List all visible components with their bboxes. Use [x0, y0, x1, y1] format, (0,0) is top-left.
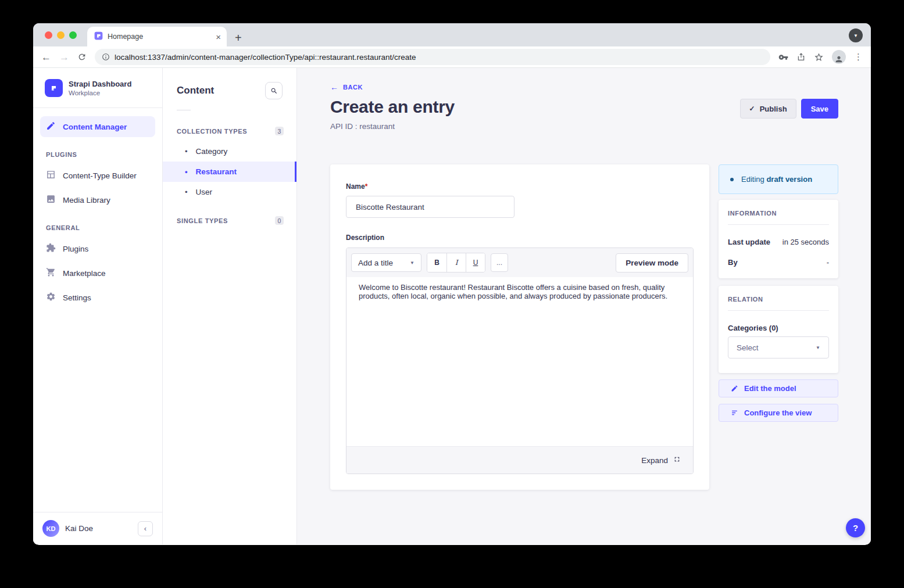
new-tab-button[interactable]: + [235, 32, 242, 44]
chevron-down-icon: ▼ [816, 345, 820, 350]
sidebar-item-marketplace[interactable]: Marketplace [40, 263, 155, 284]
format-button-group: B I U [427, 253, 485, 273]
layout-icon [46, 170, 56, 181]
last-update-row: Last update in 25 seconds [728, 238, 829, 246]
sidebar-item-content-manager[interactable]: Content Manager [40, 116, 155, 137]
sidebar-item-settings[interactable]: Settings [40, 287, 155, 308]
search-icon [270, 87, 278, 95]
by-row: By - [728, 258, 829, 267]
relation-panel: RELATION Categories (0) Select ▼ [719, 286, 838, 373]
back-link[interactable]: ← BACK [330, 83, 838, 91]
relation-title: RELATION [728, 296, 829, 303]
edit-model-button[interactable]: Edit the model [719, 379, 838, 397]
password-key-icon[interactable] [778, 52, 788, 62]
collection-types-label: COLLECTION TYPES [177, 128, 247, 135]
name-field-label: Name* [346, 182, 367, 191]
pencil-icon [731, 385, 738, 392]
editor-toolbar: Add a title ▼ B I U ... Preview mode [346, 248, 693, 277]
categories-label: Categories (0) [728, 324, 829, 332]
description-editor-area[interactable]: Welcome to Biscotte restaurant! Restaura… [346, 277, 693, 446]
macos-traffic-lights [45, 31, 77, 39]
configure-view-button[interactable]: Configure the view [719, 404, 838, 422]
bookmark-star-icon[interactable] [814, 52, 824, 62]
image-icon [46, 194, 56, 206]
sidebar-user-row: KD Kai Doe ‹ [33, 512, 162, 544]
address-bar[interactable]: localhost:1337/admin/content-manager/col… [95, 49, 770, 65]
sidebar-item-plugins[interactable]: Plugins [40, 238, 155, 259]
italic-button[interactable]: I [446, 253, 466, 272]
subnav-item-label: User [196, 188, 213, 196]
draft-status-text: Editing draft version [741, 175, 812, 184]
description-field-label: Description [346, 234, 694, 242]
bullet-icon: • [185, 167, 188, 176]
search-button[interactable] [265, 82, 283, 99]
strapi-app: Strapi Dashboard Workplace Content Manag… [33, 68, 871, 544]
sidebar-item-label: Media Library [63, 196, 110, 205]
browser-tab[interactable]: Homepage × [87, 27, 227, 46]
maximize-window-button[interactable] [69, 31, 77, 39]
subnav-item-restaurant[interactable]: • Restaurant [163, 162, 296, 182]
tab-title: Homepage [108, 33, 211, 41]
reload-icon[interactable] [77, 52, 87, 62]
preview-mode-button[interactable]: Preview mode [616, 253, 688, 273]
information-panel: INFORMATION Last update in 25 seconds By… [719, 200, 838, 278]
subnav-item-category[interactable]: • Category [163, 141, 296, 162]
entry-form-card: Name* Description Add a title ▼ B I [330, 164, 709, 490]
close-window-button[interactable] [45, 31, 52, 39]
sidebar-nav: Content Manager PLUGINS Content-Type Bui… [33, 108, 162, 311]
workspace-title: Strapi Dashboard [69, 80, 131, 88]
sidebar-item-content-type-builder[interactable]: Content-Type Builder [40, 165, 155, 186]
expand-icon[interactable] [673, 455, 681, 465]
tab-close-icon[interactable]: × [216, 33, 221, 41]
back-arrow-icon: ← [330, 83, 338, 91]
minimize-window-button[interactable] [57, 31, 65, 39]
configure-lines-icon [731, 409, 738, 417]
api-id-subtitle: API ID : restaurant [330, 122, 838, 131]
categories-select[interactable]: Select ▼ [728, 336, 829, 358]
sidebar-item-label: Plugins [63, 245, 88, 253]
underline-button[interactable]: U [466, 253, 485, 272]
status-dot-icon [730, 178, 734, 181]
browser-tab-strip: Homepage × + ▼ [33, 23, 871, 46]
more-formats-button[interactable]: ... [491, 253, 508, 272]
window-chevron-button[interactable]: ▼ [849, 28, 863, 42]
sidebar-item-media-library[interactable]: Media Library [40, 189, 155, 210]
strapi-logo-icon [45, 79, 63, 97]
subnav-item-label: Restaurant [196, 167, 237, 176]
browser-menu-kebab-icon[interactable]: ⋮ [854, 52, 863, 62]
back-navigation-icon[interactable]: ← [41, 52, 51, 62]
url-text: localhost:1337/admin/content-manager/col… [115, 53, 416, 62]
draft-status-banner: Editing draft version [719, 164, 838, 194]
site-info-icon[interactable] [102, 53, 110, 61]
content-subnav: Content COLLECTION TYPES 3 • Category • … [163, 68, 297, 544]
subnav-item-user[interactable]: • User [163, 182, 296, 202]
information-title: INFORMATION [728, 210, 829, 217]
subnav-item-label: Category [196, 147, 228, 156]
share-icon[interactable] [796, 52, 806, 62]
save-button[interactable]: Save [801, 99, 838, 119]
sidebar-section-general: GENERAL [40, 214, 155, 238]
help-button[interactable]: ? [846, 518, 865, 537]
name-input[interactable] [346, 196, 514, 218]
divider [728, 310, 829, 311]
sidebar-item-label: Settings [63, 293, 91, 302]
subnav-title: Content [177, 85, 214, 96]
check-icon: ✓ [749, 105, 755, 113]
title-style-select[interactable]: Add a title ▼ [351, 253, 421, 272]
content-manager-pen-icon [46, 121, 56, 132]
sidebar-item-label: Marketplace [63, 269, 106, 278]
forward-navigation-icon[interactable]: → [59, 52, 69, 62]
expand-label: Expand [641, 456, 668, 465]
sidebar-section-plugins: PLUGINS [40, 141, 155, 165]
divider [177, 110, 191, 110]
publish-button[interactable]: ✓ Publish [740, 99, 796, 119]
bold-button[interactable]: B [427, 253, 446, 272]
bullet-icon: • [185, 147, 188, 156]
page-title: Create an entry [330, 97, 455, 117]
sidebar-collapse-button[interactable]: ‹ [138, 521, 153, 536]
browser-profile-avatar[interactable] [832, 50, 846, 64]
entry-aside: Editing draft version INFORMATION Last u… [719, 164, 838, 422]
single-types-label: SINGLE TYPES [177, 217, 228, 224]
browser-toolbar: ← → localhost:1337/admin/content-manager… [33, 46, 871, 68]
user-avatar: KD [42, 520, 59, 537]
